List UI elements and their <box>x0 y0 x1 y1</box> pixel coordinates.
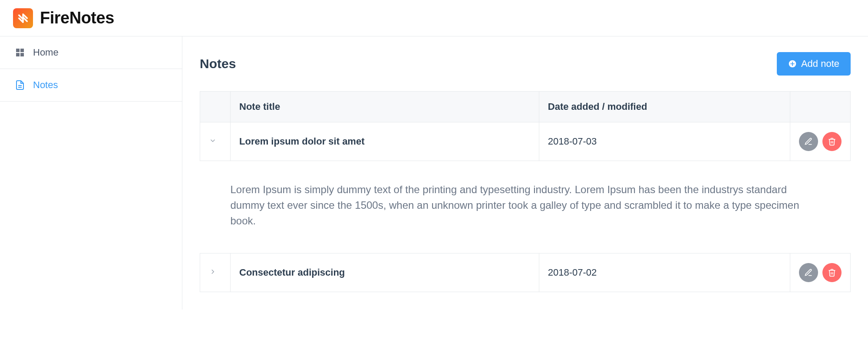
table-row: Consectetur adipiscing 2018-07-02 <box>200 253 851 292</box>
edit-button[interactable] <box>799 263 818 282</box>
logo: FireNotes <box>13 8 114 28</box>
note-title: Lorem ipsum dolor sit amet <box>231 122 539 161</box>
page-title: Notes <box>200 56 236 71</box>
trash-icon <box>828 137 836 146</box>
svg-rect-0 <box>16 49 20 52</box>
col-date-header: Date added / modified <box>539 92 790 122</box>
main-content: Notes Add note Note title Date added / m… <box>182 36 868 309</box>
note-date: 2018-07-02 <box>539 253 790 292</box>
svg-rect-2 <box>16 53 20 56</box>
trash-icon <box>828 268 836 277</box>
svg-rect-3 <box>20 53 24 56</box>
pencil-icon <box>804 268 813 277</box>
sidebar: Home Notes <box>0 36 182 309</box>
document-icon <box>15 80 25 90</box>
sidebar-item-label: Notes <box>33 79 58 91</box>
app-logo-icon <box>13 8 33 28</box>
app-header: FireNotes <box>0 0 868 36</box>
note-title: Consectetur adipiscing <box>231 253 539 292</box>
delete-button[interactable] <box>822 263 842 282</box>
edit-button[interactable] <box>799 132 818 151</box>
table-row: Lorem ipsum dolor sit amet 2018-07-03 <box>200 122 851 161</box>
notes-table: Note title Date added / modified Lorem i… <box>200 91 851 292</box>
chevron-right-icon[interactable] <box>209 268 217 276</box>
svg-rect-1 <box>20 49 24 52</box>
grid-icon <box>15 47 25 58</box>
add-note-button[interactable]: Add note <box>777 52 851 76</box>
col-actions-header <box>790 92 851 122</box>
sidebar-item-label: Home <box>33 47 59 58</box>
chevron-down-icon[interactable] <box>209 137 217 145</box>
note-body: Lorem Ipsum is simply dummy text of the … <box>200 161 851 253</box>
pencil-icon <box>804 137 813 146</box>
plus-circle-icon <box>788 59 797 68</box>
sidebar-item-notes[interactable]: Notes <box>0 69 182 102</box>
delete-button[interactable] <box>822 132 842 151</box>
app-title: FireNotes <box>40 9 114 27</box>
note-date: 2018-07-03 <box>539 122 790 161</box>
note-detail-row: Lorem Ipsum is simply dummy text of the … <box>200 161 851 253</box>
col-expand-header <box>200 92 231 122</box>
col-title-header: Note title <box>231 92 539 122</box>
sidebar-item-home[interactable]: Home <box>0 36 182 69</box>
add-note-label: Add note <box>801 58 839 69</box>
